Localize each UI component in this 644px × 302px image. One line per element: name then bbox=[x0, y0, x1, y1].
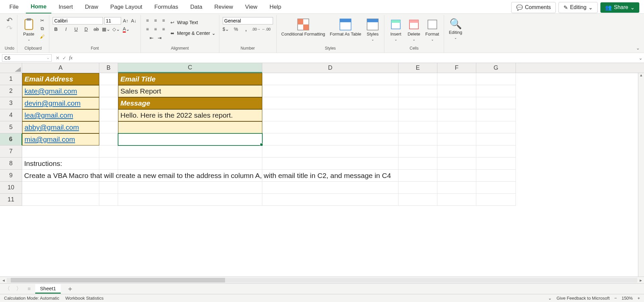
scrollbar-thumb[interactable] bbox=[11, 278, 225, 283]
wrap-text-button[interactable]: ↩ Wrap Text bbox=[169, 19, 198, 26]
scroll-right-icon[interactable]: ▸ bbox=[637, 278, 644, 283]
cell-C11[interactable] bbox=[118, 194, 262, 206]
row-header-7[interactable]: 7 bbox=[0, 145, 22, 158]
cancel-formula-icon[interactable]: ✕ bbox=[56, 55, 60, 61]
italic-button[interactable]: I bbox=[63, 26, 69, 33]
horizontal-scrollbar[interactable]: ◂ ▸ bbox=[0, 277, 644, 283]
cell-D8[interactable] bbox=[262, 158, 398, 170]
all-sheets-icon[interactable]: ≡ bbox=[26, 286, 32, 292]
cell-G7[interactable] bbox=[476, 145, 516, 158]
strikethrough-button[interactable]: ab bbox=[93, 26, 100, 33]
cell-A9[interactable]: Create a VBA Macro that will create a ne… bbox=[22, 170, 99, 182]
cell-E6[interactable] bbox=[398, 133, 437, 145]
align-top-icon[interactable]: ≡ bbox=[144, 17, 151, 24]
enter-formula-icon[interactable]: ✓ bbox=[62, 55, 66, 61]
row-header-8[interactable]: 8 bbox=[0, 158, 22, 170]
cell-A7[interactable] bbox=[22, 145, 99, 158]
cell-F1[interactable] bbox=[437, 73, 476, 85]
cell-E11[interactable] bbox=[398, 194, 437, 206]
cell-F6[interactable] bbox=[437, 133, 476, 145]
currency-icon[interactable]: $⌄ bbox=[223, 26, 229, 33]
row-header-10[interactable]: 10 bbox=[0, 182, 22, 194]
column-header-D[interactable]: D bbox=[262, 63, 398, 73]
cell-B8[interactable] bbox=[99, 158, 118, 170]
cell-E10[interactable] bbox=[398, 182, 437, 194]
cell-D6[interactable] bbox=[262, 133, 398, 145]
cell-B10[interactable] bbox=[99, 182, 118, 194]
borders-button[interactable]: ▦⌄ bbox=[103, 26, 110, 33]
align-center-icon[interactable]: ≡ bbox=[152, 26, 159, 33]
editing-dropdown-button[interactable]: 🔍 Editing ⌄ bbox=[447, 17, 464, 40]
underline-button[interactable]: U bbox=[73, 26, 79, 33]
chevron-down-icon[interactable]: ⌄ bbox=[548, 296, 552, 301]
row-header-11[interactable]: 11 bbox=[0, 194, 22, 206]
cell-C1[interactable]: Email Title bbox=[118, 73, 262, 85]
ribbon-collapse-chevron[interactable]: ⌄ bbox=[636, 45, 642, 53]
select-all-corner[interactable] bbox=[0, 63, 22, 73]
cell-A3[interactable]: devin@gmail.com bbox=[22, 97, 99, 109]
format-painter-icon[interactable]: 🖌 bbox=[39, 33, 46, 40]
copy-icon[interactable]: ⧉ bbox=[39, 25, 46, 32]
tab-home[interactable]: Home bbox=[26, 1, 51, 14]
align-bottom-icon[interactable]: ≡ bbox=[160, 17, 167, 24]
add-sheet-button[interactable]: ＋ bbox=[64, 284, 76, 293]
cell-B9[interactable] bbox=[99, 170, 118, 182]
row-header-1[interactable]: 1 bbox=[0, 73, 22, 85]
cell-G3[interactable] bbox=[476, 97, 516, 109]
paste-button[interactable]: Paste ⌄ bbox=[21, 17, 37, 42]
merge-center-button[interactable]: ⬌ Merge & Center ⌄ bbox=[169, 30, 216, 37]
cell-A1[interactable]: Email Address bbox=[22, 73, 99, 85]
cell-E2[interactable] bbox=[398, 85, 437, 97]
increase-indent-icon[interactable]: ⇥ bbox=[156, 35, 163, 41]
cell-F11[interactable] bbox=[437, 194, 476, 206]
insert-cells-button[interactable]: Insert⌄ bbox=[388, 17, 404, 42]
vertical-scrollbar[interactable]: ▲ bbox=[638, 73, 644, 277]
cell-F10[interactable] bbox=[437, 182, 476, 194]
cell-E3[interactable] bbox=[398, 97, 437, 109]
cell-F3[interactable] bbox=[437, 97, 476, 109]
column-header-E[interactable]: E bbox=[398, 63, 437, 73]
cell-G8[interactable] bbox=[476, 158, 516, 170]
cell-G4[interactable] bbox=[476, 109, 516, 121]
cell-C8[interactable] bbox=[118, 158, 262, 170]
conditional-formatting-button[interactable]: Conditional Formatting bbox=[280, 17, 327, 38]
cell-E7[interactable] bbox=[398, 145, 437, 158]
row-header-4[interactable]: 4 bbox=[0, 109, 22, 121]
increase-font-icon[interactable]: A↑ bbox=[122, 17, 129, 24]
row-header-2[interactable]: 2 bbox=[0, 85, 22, 97]
redo-icon[interactable]: ↷ bbox=[6, 25, 13, 32]
cell-styles-button[interactable]: Styles ⌄ bbox=[365, 17, 381, 42]
fill-color-button[interactable]: ◇⌄ bbox=[113, 26, 120, 33]
formula-input[interactable] bbox=[76, 55, 637, 61]
cell-F2[interactable] bbox=[437, 85, 476, 97]
zoom-in-icon[interactable]: + bbox=[637, 296, 640, 301]
decrease-font-icon[interactable]: A↓ bbox=[130, 17, 137, 24]
tab-insert[interactable]: Insert bbox=[54, 2, 78, 13]
sheet-next-icon[interactable]: 〉 bbox=[15, 285, 23, 292]
cell-F4[interactable] bbox=[437, 109, 476, 121]
editing-mode-button[interactable]: ✎ Editing ⌄ bbox=[558, 2, 598, 13]
tab-review[interactable]: Review bbox=[210, 2, 238, 13]
cell-A8[interactable]: Instructions: bbox=[22, 158, 99, 170]
cell-G2[interactable] bbox=[476, 85, 516, 97]
tab-file[interactable]: File bbox=[5, 2, 23, 13]
comments-button[interactable]: 💬 Comments bbox=[511, 2, 556, 13]
cell-B6[interactable] bbox=[99, 133, 118, 145]
percent-icon[interactable]: % bbox=[233, 26, 239, 33]
tab-draw[interactable]: Draw bbox=[80, 2, 103, 13]
column-header-F[interactable]: F bbox=[437, 63, 476, 73]
cell-C4[interactable]: Hello. Here is the 2022 sales report. bbox=[118, 109, 262, 121]
undo-icon[interactable]: ↶ bbox=[6, 17, 13, 24]
cell-D4[interactable] bbox=[262, 109, 398, 121]
cell-B3[interactable] bbox=[99, 97, 118, 109]
cell-C9[interactable] bbox=[118, 170, 262, 182]
share-button[interactable]: 👥 Share ⌄ bbox=[600, 2, 639, 13]
row-header-9[interactable]: 9 bbox=[0, 170, 22, 182]
zoom-out-icon[interactable]: − bbox=[614, 296, 617, 301]
cell-B1[interactable] bbox=[99, 73, 118, 85]
format-cells-button[interactable]: Format⌄ bbox=[424, 17, 440, 42]
fx-icon[interactable]: fx bbox=[69, 55, 72, 61]
bold-button[interactable]: B bbox=[53, 26, 59, 33]
scroll-up-icon[interactable]: ▲ bbox=[638, 73, 644, 79]
cell-G11[interactable] bbox=[476, 194, 516, 206]
